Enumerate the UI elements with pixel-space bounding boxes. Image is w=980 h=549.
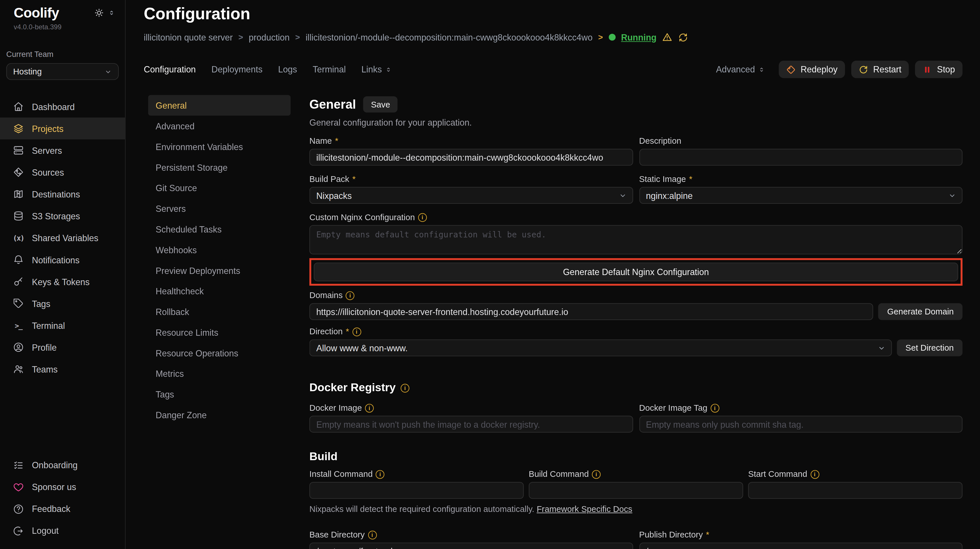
sidebar-item-sponsor-us[interactable]: Sponsor us (0, 476, 125, 498)
sidebar-item-notifications[interactable]: Notifications (0, 249, 125, 271)
sidebar-spacer (0, 380, 125, 438)
stop-button[interactable]: Stop (915, 60, 963, 78)
general-form: General Save General configuration for y… (310, 95, 963, 549)
static-image-select[interactable]: nginx:alpine (639, 187, 963, 204)
sidebar-item-projects[interactable]: Projects (0, 118, 125, 139)
info-icon[interactable]: i (365, 404, 374, 412)
sidebar-item-teams[interactable]: Teams (0, 358, 125, 380)
nginx-config-textarea[interactable] (310, 225, 963, 255)
heart-icon (13, 482, 24, 492)
save-button[interactable]: Save (364, 96, 398, 113)
sidebar-item-shared-variables[interactable]: (x) Shared Variables (0, 227, 125, 249)
subnav-danger-zone[interactable]: Danger Zone (148, 404, 291, 425)
status-badge[interactable]: Running (621, 32, 656, 42)
info-icon[interactable]: i (710, 404, 719, 412)
sidebar-item-terminal[interactable]: >_ Terminal (0, 315, 125, 336)
docker-image-label: Docker Image i (310, 403, 633, 413)
breadcrumb-environment[interactable]: production (249, 32, 290, 42)
info-icon[interactable]: i (352, 327, 361, 336)
subnav-webhooks[interactable]: Webhooks (148, 239, 291, 260)
chevron-right-icon: > (238, 32, 243, 42)
subnav-metrics[interactable]: Metrics (148, 363, 291, 384)
home-icon (13, 101, 24, 112)
tag-icon (13, 298, 24, 309)
subnav-advanced[interactable]: Advanced (148, 116, 291, 136)
tab-logs[interactable]: Logs (278, 64, 297, 75)
sidebar-item-label: Projects (32, 124, 64, 134)
breadcrumb-project[interactable]: illicitonion quote server (144, 32, 233, 42)
sidebar-item-onboarding[interactable]: Onboarding (0, 454, 125, 476)
sidebar-item-servers[interactable]: Servers (0, 139, 125, 161)
sidebar-item-dashboard[interactable]: Dashboard (0, 96, 125, 118)
status-dot (609, 33, 616, 41)
team-select[interactable]: Hosting (6, 63, 119, 80)
build-pack-select[interactable]: Nixpacks (310, 187, 633, 204)
subnav-healthcheck[interactable]: Healthcheck (148, 280, 291, 301)
info-icon[interactable]: i (418, 213, 427, 221)
sidebar-item-keys-tokens[interactable]: Keys & Tokens (0, 271, 125, 293)
info-icon[interactable]: i (401, 384, 409, 392)
domains-input[interactable] (310, 303, 873, 320)
config-subnav: General Advanced Environment Variables P… (148, 95, 291, 549)
sidebar-item-tags[interactable]: Tags (0, 293, 125, 315)
checklist-icon (13, 460, 24, 471)
subnav-environment-variables[interactable]: Environment Variables (148, 136, 291, 157)
name-input[interactable] (310, 149, 633, 166)
build-command-input[interactable] (529, 482, 743, 499)
sidebar-item-feedback[interactable]: Feedback (0, 498, 125, 520)
info-icon[interactable]: i (368, 530, 377, 539)
subnav-rollback[interactable]: Rollback (148, 301, 291, 322)
warning-triangle-icon[interactable] (662, 32, 673, 43)
build-pack-field-group: Build Pack* Nixpacks (310, 165, 633, 204)
subnav-resource-limits[interactable]: Resource Limits (148, 322, 291, 343)
set-direction-button[interactable]: Set Direction (897, 339, 963, 356)
subnav-resource-operations[interactable]: Resource Operations (148, 343, 291, 363)
generate-nginx-config-button[interactable]: Generate Default Nginx Configuration (314, 263, 958, 281)
base-directory-field-group: Base Directory i (310, 514, 633, 549)
start-command-input[interactable] (748, 482, 963, 499)
docker-image-input[interactable] (310, 415, 633, 433)
breadcrumb-resource[interactable]: illicitestonion/-module--decomposition:m… (305, 32, 592, 42)
restart-button[interactable]: Restart (851, 60, 909, 78)
sidebar-item-profile[interactable]: Profile (0, 336, 125, 358)
subnav-persistent-storage[interactable]: Persistent Storage (148, 157, 291, 178)
direction-select[interactable]: Allow www & non-www. (310, 339, 892, 356)
publish-directory-input[interactable] (639, 543, 963, 549)
install-command-input[interactable] (310, 482, 524, 499)
info-icon[interactable]: i (376, 469, 385, 478)
subnav-preview-deployments[interactable]: Preview Deployments (148, 260, 291, 281)
docker-image-tag-input[interactable] (639, 415, 963, 433)
subnav-git-source[interactable]: Git Source (148, 178, 291, 198)
static-image-field-group: Static Image* nginx:alpine (639, 165, 963, 204)
framework-docs-link[interactable]: Framework Specific Docs (536, 504, 632, 514)
description-input[interactable] (639, 149, 963, 166)
sidebar-collapse-icon[interactable] (108, 10, 115, 16)
sidebar-item-label: Onboarding (32, 460, 78, 470)
sidebar-item-sources[interactable]: Sources (0, 161, 125, 183)
refresh-icon[interactable] (679, 32, 689, 42)
tab-terminal[interactable]: Terminal (313, 64, 346, 75)
generate-domain-button[interactable]: Generate Domain (878, 303, 963, 320)
subnav-tags[interactable]: Tags (148, 384, 291, 404)
tab-deployments[interactable]: Deployments (212, 64, 262, 75)
subnav-general[interactable]: General (148, 95, 291, 116)
redeploy-icon (786, 65, 796, 74)
info-icon[interactable]: i (592, 469, 601, 478)
sidebar-item-logout[interactable]: Logout (0, 520, 125, 541)
chevron-right-icon: > (598, 32, 603, 42)
advanced-dropdown[interactable]: Advanced (716, 64, 765, 75)
sidebar-item-s3-storages[interactable]: S3 Storages (0, 205, 125, 227)
app-logo: Coolify (14, 5, 59, 21)
theme-sun-icon[interactable] (94, 8, 104, 18)
tab-links[interactable]: Links (361, 64, 392, 75)
key-icon (13, 276, 24, 287)
info-icon[interactable]: i (346, 291, 354, 299)
base-directory-input[interactable] (310, 543, 633, 549)
docker-registry-heading: Docker Registry i (310, 382, 963, 395)
sidebar-item-destinations[interactable]: Destinations (0, 183, 125, 205)
redeploy-button[interactable]: Redeploy (779, 60, 845, 78)
subnav-servers[interactable]: Servers (148, 198, 291, 219)
info-icon[interactable]: i (810, 469, 819, 478)
tab-configuration[interactable]: Configuration (144, 64, 196, 75)
subnav-scheduled-tasks[interactable]: Scheduled Tasks (148, 219, 291, 239)
